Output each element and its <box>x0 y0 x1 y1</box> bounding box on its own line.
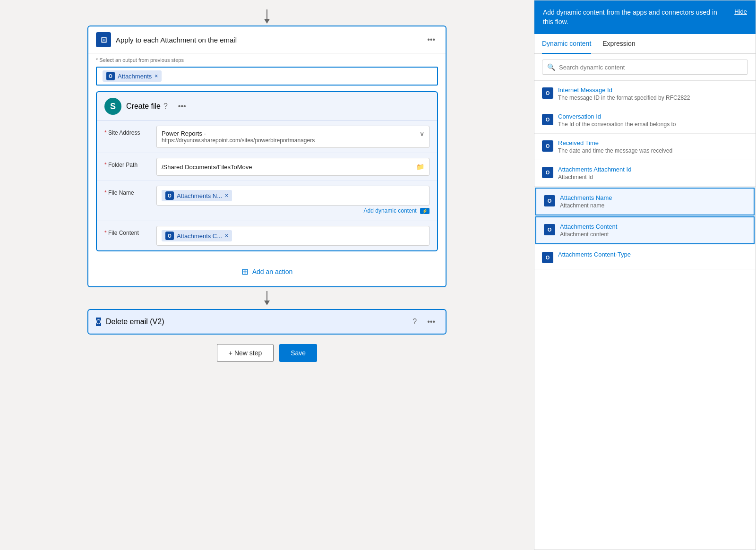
file-content-tag-icon: O <box>165 232 174 240</box>
file-name-field: File Name O Attachments N... × Add dynam… <box>97 181 437 221</box>
create-file-header: S Create file ? ••• <box>97 92 437 121</box>
folder-path-field: Folder Path /Shared Documents/FilesToMov… <box>97 153 437 181</box>
file-name-label: File Name <box>104 186 156 196</box>
dynamic-item-title-attachments-attachment-id: Attachments Attachment Id <box>558 166 748 173</box>
apply-each-icon: ⊡ <box>96 32 111 47</box>
bottom-actions: + New step Save <box>217 344 317 362</box>
add-dynamic-content-link[interactable]: Add dynamic content ⚡ <box>156 206 430 216</box>
folder-path-value[interactable]: /Shared Documents/FilesToMove 📁 <box>156 158 430 176</box>
dynamic-content-panel: Add dynamic content from the apps and co… <box>534 0 756 550</box>
dynamic-item-desc-attachments-attachment-id: Attachment Id <box>558 174 748 180</box>
site-address-label: Site Address <box>104 126 156 136</box>
tab-expression[interactable]: Expression <box>602 34 635 54</box>
save-button[interactable]: Save <box>279 344 317 362</box>
dynamic-item-desc-internet-message-id: The message ID in the format specified b… <box>558 95 748 101</box>
dynamic-item-desc-conversation-id: The Id of the conversation the email bel… <box>558 121 748 128</box>
apply-each-card: ⊡ Apply to each Attachment on the email … <box>87 26 447 287</box>
new-step-button[interactable]: + New step <box>217 344 274 362</box>
dynamic-item-title-attachments-content-type: Attachments Content-Type <box>558 251 748 258</box>
file-name-tag-icon: O <box>165 191 174 200</box>
panel-tabs: Dynamic content Expression <box>534 34 756 54</box>
dynamic-item-attachments-content-type[interactable]: O Attachments Content-Type <box>534 245 756 269</box>
search-dynamic-input[interactable] <box>559 64 743 71</box>
file-name-tag-text: Attachments N... <box>177 192 222 199</box>
add-action-icon: ⊞ <box>241 266 249 277</box>
dynamic-item-internet-message-id[interactable]: O Internet Message Id The message ID in … <box>534 81 756 107</box>
file-name-tag[interactable]: O Attachments N... × <box>162 190 232 201</box>
hide-panel-button[interactable]: Hide <box>734 8 747 15</box>
delete-email-title: Delete email (V2) <box>106 318 164 326</box>
site-address-value1: Power Reports - <box>162 130 315 137</box>
file-name-value[interactable]: O Attachments N... × Add dynamic content… <box>156 186 430 216</box>
file-content-tag-close[interactable]: × <box>225 232 228 239</box>
dynamic-item-received-time[interactable]: O Received Time The date and time the me… <box>534 134 756 160</box>
attachments-tag-field[interactable]: O Attachments × <box>96 67 438 86</box>
add-action-label: Add an action <box>252 268 293 275</box>
dynamic-item-title-attachments-content: Attachments Content <box>560 223 746 230</box>
sharepoint-icon: S <box>104 98 121 115</box>
select-output-label: * Select an output from previous steps <box>88 53 446 65</box>
dynamic-item-icon-attachments-name: O <box>544 195 555 206</box>
search-row: 🔍 <box>534 54 756 81</box>
file-content-tag[interactable]: O Attachments C... × <box>162 230 232 241</box>
dynamic-item-icon-attachments-attachment-id: O <box>542 167 553 178</box>
dynamic-item-title-internet-message-id: Internet Message Id <box>558 86 748 94</box>
dynamic-item-desc-received-time: The date and time the message was receiv… <box>558 147 748 154</box>
apply-each-header: ⊡ Apply to each Attachment on the email … <box>88 26 446 53</box>
file-content-tag-text: Attachments C... <box>177 232 222 240</box>
dynamic-item-title-received-time: Received Time <box>558 139 748 146</box>
folder-browse-icon[interactable]: 📁 <box>416 163 424 171</box>
delete-email-help-icon[interactable]: ? <box>410 317 420 327</box>
file-content-label: File Content <box>104 226 156 236</box>
site-address-chevron[interactable]: ∨ <box>420 130 424 138</box>
dynamic-item-title-conversation-id: Conversation Id <box>558 113 748 120</box>
dynamic-item-icon-attachments-content: O <box>544 224 555 235</box>
dynamic-item-attachments-content[interactable]: O Attachments Content Attachment content <box>535 216 755 244</box>
top-connector-arrow <box>262 9 272 26</box>
delete-email-icon: O <box>96 318 101 326</box>
attachments-tag-label: Attachments <box>118 73 152 80</box>
folder-path-label: Folder Path <box>104 158 156 168</box>
svg-marker-3 <box>264 301 270 305</box>
site-address-value[interactable]: Power Reports - https://dryunow.sharepoi… <box>156 126 430 148</box>
dynamic-item-attachments-attachment-id[interactable]: O Attachments Attachment Id Attachment I… <box>534 160 756 187</box>
connector-arrow-2 <box>262 287 272 309</box>
lightning-icon: ⚡ <box>420 208 430 214</box>
attachments-tag-item[interactable]: O Attachments × <box>103 70 162 82</box>
panel-header-text: Add dynamic content from the apps and co… <box>543 8 729 26</box>
file-content-field: File Content O Attachments C... × <box>97 221 437 250</box>
delete-email-header: O Delete email (V2) ? ••• <box>88 310 446 334</box>
file-name-tag-close[interactable]: × <box>225 192 228 199</box>
dynamic-content-list: O Internet Message Id The message ID in … <box>534 81 756 550</box>
create-file-title: Create file <box>126 102 161 111</box>
dynamic-item-desc-attachments-content: Attachment content <box>560 231 746 238</box>
dynamic-item-desc-attachments-name: Attachment name <box>560 202 746 209</box>
apply-each-more-button[interactable]: ••• <box>424 34 438 45</box>
apply-each-title: Apply to each Attachment on the email <box>116 36 424 44</box>
dynamic-item-icon-internet-message-id: O <box>542 87 553 99</box>
attachments-tag-icon: O <box>106 72 115 80</box>
file-content-value[interactable]: O Attachments C... × <box>156 226 430 246</box>
delete-email-more-button[interactable]: ••• <box>424 317 438 327</box>
panel-header: Add dynamic content from the apps and co… <box>534 0 756 34</box>
dynamic-item-title-attachments-name: Attachments Name <box>560 194 746 201</box>
tab-dynamic-content[interactable]: Dynamic content <box>542 34 591 54</box>
dynamic-item-conversation-id[interactable]: O Conversation Id The Id of the conversa… <box>534 107 756 134</box>
create-file-more-button[interactable]: ••• <box>175 101 189 112</box>
site-address-field: Site Address Power Reports - https://dry… <box>97 121 437 153</box>
dynamic-item-icon-conversation-id: O <box>542 114 553 125</box>
dynamic-item-icon-attachments-content-type: O <box>542 252 553 263</box>
attachments-tag-close[interactable]: × <box>155 73 158 79</box>
search-icon: 🔍 <box>547 63 555 71</box>
dynamic-item-icon-received-time: O <box>542 140 553 152</box>
delete-email-card: O Delete email (V2) ? ••• <box>87 309 447 335</box>
create-file-help-icon[interactable]: ? <box>161 101 171 112</box>
site-address-value2: https://dryunow.sharepoint.com/sites/pow… <box>162 137 315 144</box>
folder-path-text: /Shared Documents/FilesToMove <box>162 163 252 171</box>
svg-marker-1 <box>264 19 270 24</box>
add-action-button[interactable]: ⊞ Add an action <box>88 257 446 286</box>
dynamic-item-attachments-name[interactable]: O Attachments Name Attachment name <box>535 188 755 215</box>
search-input-wrap[interactable]: 🔍 <box>542 60 748 75</box>
create-file-card: S Create file ? ••• Site Address Power R… <box>96 91 438 251</box>
